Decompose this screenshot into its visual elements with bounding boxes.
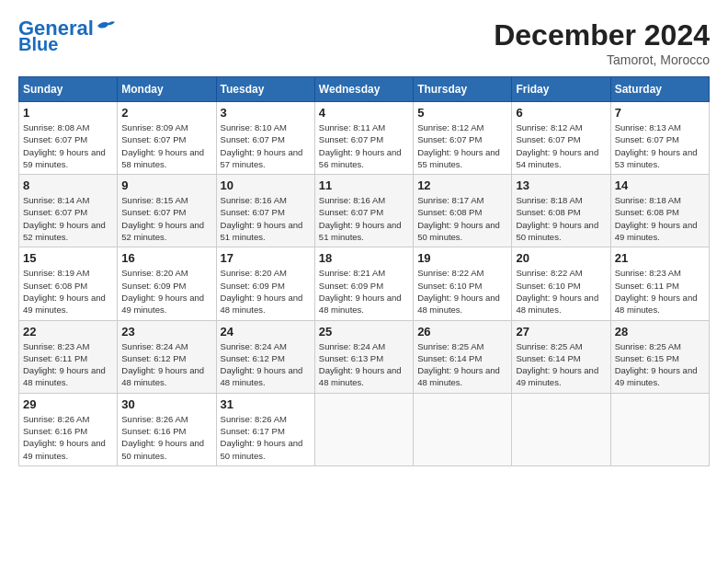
calendar-cell: 7 Sunrise: 8:13 AM Sunset: 6:07 PM Dayli… (610, 102, 709, 175)
calendar-cell: 25 Sunrise: 8:24 AM Sunset: 6:13 PM Dayl… (314, 320, 413, 393)
day-number: 1 (23, 106, 113, 120)
day-number: 22 (23, 325, 113, 339)
calendar-cell: 2 Sunrise: 8:09 AM Sunset: 6:07 PM Dayli… (118, 102, 216, 175)
day-number: 11 (319, 178, 409, 192)
calendar-cell: 12 Sunrise: 8:17 AM Sunset: 6:08 PM Dayl… (414, 175, 512, 247)
day-info: Sunrise: 8:13 AM Sunset: 6:07 PM Dayligh… (615, 121, 705, 170)
day-info: Sunrise: 8:24 AM Sunset: 6:12 PM Dayligh… (121, 340, 211, 389)
calendar-cell: 6 Sunrise: 8:12 AM Sunset: 6:07 PM Dayli… (512, 102, 610, 175)
day-number: 15 (23, 251, 113, 265)
day-info: Sunrise: 8:11 AM Sunset: 6:07 PM Dayligh… (319, 121, 409, 170)
day-number: 12 (417, 178, 507, 192)
day-info: Sunrise: 8:24 AM Sunset: 6:13 PM Dayligh… (319, 340, 409, 389)
day-info: Sunrise: 8:26 AM Sunset: 6:16 PM Dayligh… (121, 413, 211, 462)
day-number: 29 (23, 397, 113, 411)
title-section: December 2024 Tamorot, Morocco (494, 18, 710, 67)
day-number: 25 (319, 325, 409, 339)
day-number: 17 (221, 251, 311, 265)
day-header-friday: Friday (512, 77, 610, 102)
day-info: Sunrise: 8:17 AM Sunset: 6:08 PM Dayligh… (417, 194, 507, 243)
day-info: Sunrise: 8:16 AM Sunset: 6:07 PM Dayligh… (221, 194, 311, 243)
day-number: 4 (319, 106, 409, 120)
calendar-cell (610, 393, 709, 465)
calendar-cell: 22 Sunrise: 8:23 AM Sunset: 6:11 PM Dayl… (19, 320, 118, 393)
day-number: 28 (615, 325, 705, 339)
calendar-week-row: 8 Sunrise: 8:14 AM Sunset: 6:07 PM Dayli… (19, 175, 710, 247)
calendar-week-row: 15 Sunrise: 8:19 AM Sunset: 6:08 PM Dayl… (19, 247, 710, 320)
day-info: Sunrise: 8:23 AM Sunset: 6:11 PM Dayligh… (23, 340, 113, 389)
calendar-week-row: 29 Sunrise: 8:26 AM Sunset: 6:16 PM Dayl… (19, 393, 710, 465)
day-number: 5 (417, 106, 507, 120)
day-info: Sunrise: 8:20 AM Sunset: 6:09 PM Dayligh… (221, 267, 311, 316)
calendar-cell: 8 Sunrise: 8:14 AM Sunset: 6:07 PM Dayli… (19, 175, 118, 247)
calendar-cell: 9 Sunrise: 8:15 AM Sunset: 6:07 PM Dayli… (118, 175, 216, 247)
day-info: Sunrise: 8:18 AM Sunset: 6:08 PM Dayligh… (615, 194, 705, 243)
day-info: Sunrise: 8:23 AM Sunset: 6:11 PM Dayligh… (615, 267, 705, 316)
day-info: Sunrise: 8:24 AM Sunset: 6:12 PM Dayligh… (221, 340, 311, 389)
page-header: General Blue December 2024 Tamorot, Moro… (18, 18, 710, 67)
calendar-cell: 28 Sunrise: 8:25 AM Sunset: 6:15 PM Dayl… (610, 320, 709, 393)
day-info: Sunrise: 8:16 AM Sunset: 6:07 PM Dayligh… (319, 194, 409, 243)
calendar-cell: 19 Sunrise: 8:22 AM Sunset: 6:10 PM Dayl… (414, 247, 512, 320)
calendar-cell: 16 Sunrise: 8:20 AM Sunset: 6:09 PM Dayl… (118, 247, 216, 320)
day-info: Sunrise: 8:18 AM Sunset: 6:08 PM Dayligh… (516, 194, 606, 243)
day-info: Sunrise: 8:20 AM Sunset: 6:09 PM Dayligh… (121, 267, 211, 316)
calendar-cell: 27 Sunrise: 8:25 AM Sunset: 6:14 PM Dayl… (512, 320, 610, 393)
day-info: Sunrise: 8:08 AM Sunset: 6:07 PM Dayligh… (23, 121, 113, 170)
logo: General Blue (18, 18, 116, 53)
day-number: 9 (121, 178, 211, 192)
calendar-cell: 14 Sunrise: 8:18 AM Sunset: 6:08 PM Dayl… (610, 175, 709, 247)
calendar-table: SundayMondayTuesdayWednesdayThursdayFrid… (18, 76, 710, 466)
day-number: 6 (516, 106, 606, 120)
calendar-cell: 13 Sunrise: 8:18 AM Sunset: 6:08 PM Dayl… (512, 175, 610, 247)
calendar-cell: 20 Sunrise: 8:22 AM Sunset: 6:10 PM Dayl… (512, 247, 610, 320)
day-number: 13 (516, 178, 606, 192)
calendar-cell: 24 Sunrise: 8:24 AM Sunset: 6:12 PM Dayl… (216, 320, 314, 393)
calendar-cell: 5 Sunrise: 8:12 AM Sunset: 6:07 PM Dayli… (414, 102, 512, 175)
calendar-cell (512, 393, 610, 465)
day-number: 21 (615, 251, 705, 265)
calendar-cell: 30 Sunrise: 8:26 AM Sunset: 6:16 PM Dayl… (118, 393, 216, 465)
day-number: 31 (221, 397, 311, 411)
day-info: Sunrise: 8:12 AM Sunset: 6:07 PM Dayligh… (516, 121, 606, 170)
location-subtitle: Tamorot, Morocco (494, 52, 710, 67)
day-header-saturday: Saturday (610, 77, 709, 102)
day-number: 24 (221, 325, 311, 339)
day-number: 10 (221, 178, 311, 192)
day-number: 18 (319, 251, 409, 265)
day-number: 8 (23, 178, 113, 192)
calendar-week-row: 1 Sunrise: 8:08 AM Sunset: 6:07 PM Dayli… (19, 102, 710, 175)
day-info: Sunrise: 8:10 AM Sunset: 6:07 PM Dayligh… (221, 121, 311, 170)
day-number: 23 (121, 325, 211, 339)
day-number: 3 (221, 106, 311, 120)
day-number: 2 (121, 106, 211, 120)
day-info: Sunrise: 8:21 AM Sunset: 6:09 PM Dayligh… (319, 267, 409, 316)
day-info: Sunrise: 8:19 AM Sunset: 6:08 PM Dayligh… (23, 267, 113, 316)
day-number: 27 (516, 325, 606, 339)
logo-blue: Blue (18, 35, 58, 53)
day-header-wednesday: Wednesday (314, 77, 413, 102)
day-number: 7 (615, 106, 705, 120)
day-number: 19 (417, 251, 507, 265)
calendar-cell: 18 Sunrise: 8:21 AM Sunset: 6:09 PM Dayl… (314, 247, 413, 320)
day-number: 20 (516, 251, 606, 265)
day-header-tuesday: Tuesday (216, 77, 314, 102)
day-number: 16 (121, 251, 211, 265)
day-info: Sunrise: 8:09 AM Sunset: 6:07 PM Dayligh… (121, 121, 211, 170)
day-info: Sunrise: 8:25 AM Sunset: 6:15 PM Dayligh… (615, 340, 705, 389)
calendar-cell: 10 Sunrise: 8:16 AM Sunset: 6:07 PM Dayl… (216, 175, 314, 247)
calendar-cell (314, 393, 413, 465)
day-info: Sunrise: 8:14 AM Sunset: 6:07 PM Dayligh… (23, 194, 113, 243)
calendar-cell: 23 Sunrise: 8:24 AM Sunset: 6:12 PM Dayl… (118, 320, 216, 393)
calendar-cell: 3 Sunrise: 8:10 AM Sunset: 6:07 PM Dayli… (216, 102, 314, 175)
calendar-cell: 17 Sunrise: 8:20 AM Sunset: 6:09 PM Dayl… (216, 247, 314, 320)
day-info: Sunrise: 8:22 AM Sunset: 6:10 PM Dayligh… (516, 267, 606, 316)
month-title: December 2024 (494, 18, 710, 52)
logo-bird-icon (96, 18, 116, 35)
calendar-week-row: 22 Sunrise: 8:23 AM Sunset: 6:11 PM Dayl… (19, 320, 710, 393)
day-number: 14 (615, 178, 705, 192)
day-info: Sunrise: 8:12 AM Sunset: 6:07 PM Dayligh… (417, 121, 507, 170)
calendar-cell: 1 Sunrise: 8:08 AM Sunset: 6:07 PM Dayli… (19, 102, 118, 175)
day-info: Sunrise: 8:22 AM Sunset: 6:10 PM Dayligh… (417, 267, 507, 316)
calendar-cell: 21 Sunrise: 8:23 AM Sunset: 6:11 PM Dayl… (610, 247, 709, 320)
